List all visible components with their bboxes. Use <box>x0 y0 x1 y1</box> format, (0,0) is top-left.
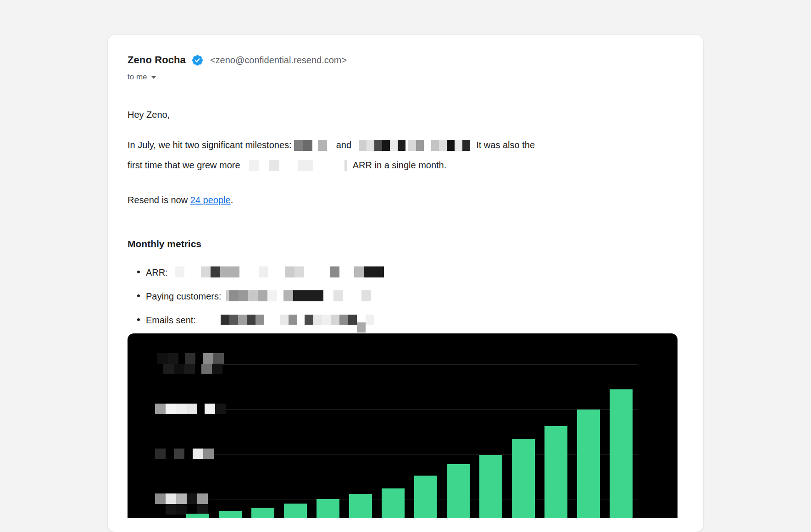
sender-email: <zeno@confidential.resend.com> <box>210 55 347 66</box>
sender-name: Zeno Rocha <box>128 54 186 66</box>
metrics-heading: Monthly metrics <box>128 238 678 250</box>
redacted-text-block <box>249 160 347 171</box>
milestones-paragraph: In July, we hit two significant mileston… <box>128 135 678 175</box>
chart-bar <box>186 514 209 518</box>
greeting-text: Hey Zeno, <box>128 108 678 121</box>
metric-item-emails-sent: Emails sent: <box>146 307 678 331</box>
chart-bar <box>349 494 372 518</box>
screen: { "page":{"background":"#f3f3f4","card_b… <box>0 0 811 532</box>
chart-bar <box>447 464 470 518</box>
metrics-list: ARR: Paying customers: Emails sent: <box>128 260 678 331</box>
redacted-text-block <box>359 140 470 151</box>
email-card: Zeno Rocha <zeno@confidential.resend.com… <box>108 35 703 532</box>
chart-bar <box>512 439 535 518</box>
redacted-axis-label <box>157 353 224 364</box>
growth-bar-chart <box>128 333 678 518</box>
redacted-value-block <box>226 290 371 301</box>
chart-bar <box>479 455 502 518</box>
chart-bar <box>382 488 405 518</box>
chart-bar <box>577 410 600 518</box>
people-count-link[interactable]: 24 people <box>190 195 231 205</box>
chevron-down-icon <box>151 76 156 79</box>
verified-badge-icon <box>191 54 204 66</box>
chart-bar <box>544 426 567 518</box>
metric-label: Paying customers: <box>146 291 222 301</box>
chart-bar <box>251 508 274 518</box>
chart-bar <box>414 476 437 518</box>
chart-bar <box>610 389 633 518</box>
chart-bar <box>219 511 242 518</box>
redacted-axis-label <box>155 493 208 504</box>
redacted-axis-label <box>163 364 222 374</box>
chart-bar <box>284 504 307 518</box>
redacted-value-block <box>175 266 384 277</box>
metric-item-paying-customers: Paying customers: <box>146 283 678 307</box>
email-header: Zeno Rocha <zeno@confidential.resend.com… <box>128 53 678 67</box>
email-content: Zeno Rocha <zeno@confidential.resend.com… <box>108 35 703 518</box>
redacted-axis-label <box>155 449 214 459</box>
metric-label: Emails sent: <box>146 315 196 325</box>
paragraph-line-2: first time that we grew more ARR in a si… <box>128 155 678 175</box>
recipient-label: to me <box>128 72 147 82</box>
paragraph-line-1: In July, we hit two significant mileston… <box>128 135 678 155</box>
chart-gridline <box>209 409 638 410</box>
team-size-line: Resend is now 24 people. <box>128 194 678 206</box>
redacted-axis-label <box>155 504 208 515</box>
redacted-value-block <box>221 315 374 325</box>
redacted-axis-label <box>155 404 226 414</box>
chart-bar <box>317 499 339 518</box>
metric-item-arr: ARR: <box>146 260 678 283</box>
metric-label: ARR: <box>146 267 168 277</box>
recipient-dropdown[interactable]: to me <box>128 72 156 83</box>
chart-gridline <box>209 364 638 365</box>
redacted-text-block <box>294 140 327 151</box>
chart-gridline <box>209 454 638 454</box>
